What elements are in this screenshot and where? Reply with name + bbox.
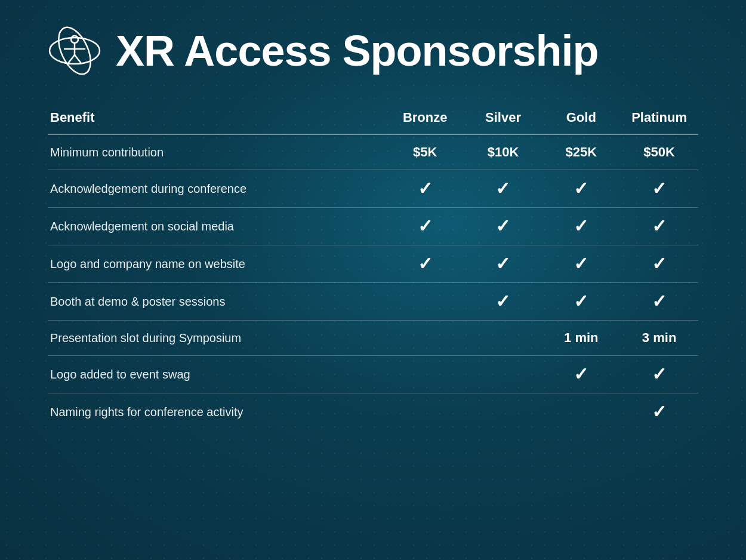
cell-platinum-5: 3 min — [620, 321, 698, 356]
cell-gold-7 — [542, 393, 620, 431]
cell-silver-0: $10K — [464, 134, 542, 170]
cell-bronze-5 — [386, 321, 464, 356]
xr-access-logo — [48, 24, 101, 78]
cell-benefit-3: Logo and company name on website — [48, 245, 386, 283]
cell-benefit-2: Acknowledgement on social media — [48, 208, 386, 245]
checkmark: ✓ — [574, 254, 588, 273]
checkmark: ✓ — [574, 291, 588, 311]
sponsorship-table: Benefit Bronze Silver Gold Platinum Mini… — [48, 103, 698, 430]
cell-benefit-6: Logo added to event swag — [48, 356, 386, 393]
cell-gold-1: ✓ — [542, 170, 620, 208]
checkmark: ✓ — [495, 291, 510, 311]
cell-platinum-7: ✓ — [620, 393, 698, 431]
cell-gold-2: ✓ — [542, 208, 620, 245]
cell-platinum-2: ✓ — [620, 208, 698, 245]
table-row: Booth at demo & poster sessions✓✓✓ — [48, 283, 698, 321]
table-row: Acknowledgement during conference✓✓✓✓ — [48, 170, 698, 208]
cell-platinum-0: $50K — [620, 134, 698, 170]
cell-gold-6: ✓ — [542, 356, 620, 393]
cell-silver-7 — [464, 393, 542, 431]
cell-silver-5 — [464, 321, 542, 356]
checkmark: ✓ — [495, 179, 510, 198]
checkmark: ✓ — [652, 402, 667, 421]
checkmark: ✓ — [652, 254, 667, 273]
cell-gold-3: ✓ — [542, 245, 620, 283]
checkmark: ✓ — [418, 254, 433, 273]
cell-benefit-4: Booth at demo & poster sessions — [48, 283, 386, 321]
cell-bronze-2: ✓ — [386, 208, 464, 245]
checkmark: ✓ — [652, 364, 667, 384]
cell-benefit-1: Acknowledgement during conference — [48, 170, 386, 208]
cell-silver-4: ✓ — [464, 283, 542, 321]
table-row: Logo added to event swag✓✓ — [48, 356, 698, 393]
col-header-bronze: Bronze — [386, 103, 464, 134]
table-row: Logo and company name on website✓✓✓✓ — [48, 245, 698, 283]
checkmark: ✓ — [418, 216, 433, 236]
cell-gold-5: 1 min — [542, 321, 620, 356]
table-row: Minimum contribution$5K$10K$25K$50K — [48, 134, 698, 170]
checkmark: ✓ — [652, 179, 667, 198]
cell-platinum-4: ✓ — [620, 283, 698, 321]
table-row: Acknowledgement on social media✓✓✓✓ — [48, 208, 698, 245]
duration-value: 1 min — [564, 330, 598, 345]
checkmark: ✓ — [652, 291, 667, 311]
cell-benefit-0: Minimum contribution — [48, 134, 386, 170]
header: XR Access Sponsorship — [48, 24, 698, 78]
cell-bronze-1: ✓ — [386, 170, 464, 208]
svg-line-6 — [75, 55, 81, 63]
amount-value: $25K — [565, 144, 597, 159]
checkmark: ✓ — [652, 216, 667, 236]
cell-silver-1: ✓ — [464, 170, 542, 208]
cell-platinum-3: ✓ — [620, 245, 698, 283]
checkmark: ✓ — [574, 216, 588, 236]
cell-gold-4: ✓ — [542, 283, 620, 321]
cell-platinum-1: ✓ — [620, 170, 698, 208]
table-row: Naming rights for conference activity✓ — [48, 393, 698, 431]
checkmark: ✓ — [574, 179, 588, 198]
page-content: XR Access Sponsorship Benefit Bronze Sil… — [0, 0, 746, 448]
amount-value: $10K — [488, 144, 519, 159]
cell-gold-0: $25K — [542, 134, 620, 170]
cell-platinum-6: ✓ — [620, 356, 698, 393]
checkmark: ✓ — [574, 364, 588, 384]
cell-benefit-5: Presentation slot during Symposium — [48, 321, 386, 356]
col-header-benefit: Benefit — [48, 103, 386, 134]
page-title: XR Access Sponsorship — [116, 29, 599, 72]
table-header-row: Benefit Bronze Silver Gold Platinum — [48, 103, 698, 134]
amount-value: $5K — [413, 144, 437, 159]
duration-value: 3 min — [642, 330, 676, 345]
checkmark: ✓ — [495, 216, 510, 236]
cell-benefit-7: Naming rights for conference activity — [48, 393, 386, 431]
col-header-silver: Silver — [464, 103, 542, 134]
checkmark: ✓ — [495, 254, 510, 273]
col-header-gold: Gold — [542, 103, 620, 134]
cell-silver-6 — [464, 356, 542, 393]
cell-bronze-0: $5K — [386, 134, 464, 170]
cell-bronze-4 — [386, 283, 464, 321]
col-header-platinum: Platinum — [620, 103, 698, 134]
cell-bronze-6 — [386, 356, 464, 393]
svg-line-5 — [68, 55, 75, 63]
cell-silver-2: ✓ — [464, 208, 542, 245]
cell-bronze-7 — [386, 393, 464, 431]
table-row: Presentation slot during Symposium1 min3… — [48, 321, 698, 356]
cell-silver-3: ✓ — [464, 245, 542, 283]
amount-value: $50K — [643, 144, 675, 159]
checkmark: ✓ — [418, 179, 433, 198]
cell-bronze-3: ✓ — [386, 245, 464, 283]
